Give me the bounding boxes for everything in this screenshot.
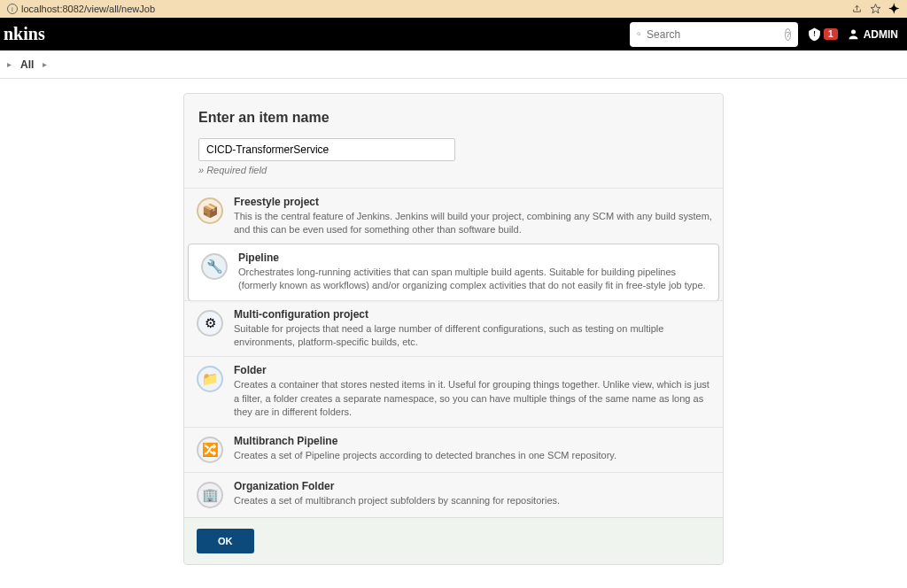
search-icon xyxy=(637,28,641,40)
job-type-option[interactable]: 🔧 Pipeline Orchestrates long-running act… xyxy=(188,244,719,301)
svg-marker-0 xyxy=(871,4,880,12)
search-box[interactable]: ? xyxy=(630,22,798,47)
jenkins-logo[interactable]: nkins xyxy=(4,24,45,44)
new-item-card: Enter an item name » Required field 📦 Fr… xyxy=(183,93,724,565)
option-desc: Orchestrates long-running activities tha… xyxy=(238,266,708,293)
item-name-input[interactable] xyxy=(198,138,455,161)
folder-icon: 📁 xyxy=(195,364,225,394)
svg-point-3 xyxy=(814,35,815,35)
multi-icon: ⚙ xyxy=(195,308,225,338)
option-title: Multi-configuration project xyxy=(234,308,712,321)
help-icon[interactable]: ? xyxy=(785,28,791,41)
url-box[interactable]: i localhost:8082/view/all/newJob xyxy=(7,4,155,14)
required-note: » Required field xyxy=(198,165,709,175)
job-type-option[interactable]: 🏢 Organization Folder Creates a set of m… xyxy=(184,472,723,517)
svg-line-2 xyxy=(640,35,640,35)
admin-label: ADMIN xyxy=(864,28,898,41)
star-icon[interactable] xyxy=(870,3,881,16)
org-icon: 🏢 xyxy=(195,480,225,510)
svg-rect-4 xyxy=(814,31,815,35)
option-desc: Suitable for projects that need a large … xyxy=(234,322,712,350)
breadcrumb: ▸ All ▸ xyxy=(0,50,907,79)
breadcrumb-all[interactable]: All xyxy=(20,58,34,71)
option-title: Freestyle project xyxy=(234,196,712,208)
card-title: Enter an item name xyxy=(198,110,709,126)
job-type-option[interactable]: ⚙ Multi-configuration project Suitable f… xyxy=(184,300,723,357)
extensions-icon[interactable]: ✦ xyxy=(888,1,900,17)
alert-icon xyxy=(807,27,822,42)
option-title: Folder xyxy=(234,364,712,376)
chevron-right-icon: ▸ xyxy=(43,59,47,69)
freestyle-icon: 📦 xyxy=(195,196,225,226)
search-input[interactable] xyxy=(647,28,779,41)
info-icon: i xyxy=(7,4,18,14)
user-icon xyxy=(847,27,860,41)
branch-icon: 🔀 xyxy=(195,435,225,465)
option-desc: Creates a set of multibranch project sub… xyxy=(234,494,712,507)
job-type-option[interactable]: 🔀 Multibranch Pipeline Creates a set of … xyxy=(184,427,723,472)
option-desc: Creates a container that stores nested i… xyxy=(234,378,712,419)
svg-point-1 xyxy=(638,33,640,35)
job-type-option[interactable]: 📁 Folder Creates a container that stores… xyxy=(184,356,723,426)
pipeline-icon: 🔧 xyxy=(199,251,229,282)
option-title: Multibranch Pipeline xyxy=(234,435,712,447)
option-title: Organization Folder xyxy=(234,480,712,492)
browser-bar: i localhost:8082/view/all/newJob ✦ xyxy=(0,0,907,18)
share-icon[interactable] xyxy=(851,3,863,16)
svg-point-5 xyxy=(851,30,856,35)
job-type-option[interactable]: 📦 Freestyle project This is the central … xyxy=(184,188,723,244)
alert-count: 1 xyxy=(824,28,838,40)
option-desc: This is the central feature of Jenkins. … xyxy=(234,210,712,237)
admin-link[interactable]: ADMIN xyxy=(847,27,898,41)
alert-badge[interactable]: 1 xyxy=(807,27,838,42)
chevron-right-icon: ▸ xyxy=(7,59,12,69)
option-desc: Creates a set of Pipeline projects accor… xyxy=(234,449,712,462)
browser-actions: ✦ xyxy=(851,1,900,17)
jenkins-header: nkins ? 1 ADMIN xyxy=(0,18,907,50)
url-text: localhost:8082/view/all/newJob xyxy=(21,4,155,14)
option-title: Pipeline xyxy=(238,251,708,264)
ok-button[interactable]: OK xyxy=(197,529,254,553)
